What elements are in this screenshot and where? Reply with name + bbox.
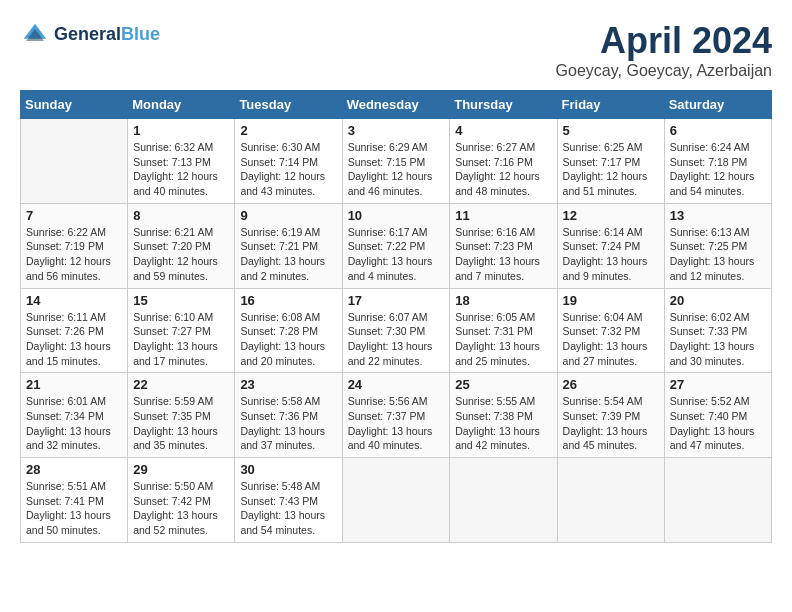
calendar-cell: 3 Sunrise: 6:29 AMSunset: 7:15 PMDayligh… [342, 119, 450, 204]
calendar-cell: 7 Sunrise: 6:22 AMSunset: 7:19 PMDayligh… [21, 203, 128, 288]
calendar-cell: 14 Sunrise: 6:11 AMSunset: 7:26 PMDaylig… [21, 288, 128, 373]
calendar-cell: 1 Sunrise: 6:32 AMSunset: 7:13 PMDayligh… [128, 119, 235, 204]
day-number: 29 [133, 462, 229, 477]
day-detail: Sunrise: 6:08 AMSunset: 7:28 PMDaylight:… [240, 311, 325, 367]
day-detail: Sunrise: 6:04 AMSunset: 7:32 PMDaylight:… [563, 311, 648, 367]
calendar-table: SundayMondayTuesdayWednesdayThursdayFrid… [20, 90, 772, 543]
day-number: 26 [563, 377, 659, 392]
day-number: 21 [26, 377, 122, 392]
calendar-cell: 22 Sunrise: 5:59 AMSunset: 7:35 PMDaylig… [128, 373, 235, 458]
day-number: 22 [133, 377, 229, 392]
location-subtitle: Goeycay, Goeycay, Azerbaijan [556, 62, 772, 80]
day-detail: Sunrise: 6:30 AMSunset: 7:14 PMDaylight:… [240, 141, 325, 197]
day-detail: Sunrise: 6:16 AMSunset: 7:23 PMDaylight:… [455, 226, 540, 282]
calendar-cell: 9 Sunrise: 6:19 AMSunset: 7:21 PMDayligh… [235, 203, 342, 288]
day-detail: Sunrise: 5:50 AMSunset: 7:42 PMDaylight:… [133, 480, 218, 536]
calendar-cell: 8 Sunrise: 6:21 AMSunset: 7:20 PMDayligh… [128, 203, 235, 288]
logo: GeneralBlue [20, 20, 160, 50]
calendar-cell [664, 458, 771, 543]
day-number: 6 [670, 123, 766, 138]
day-detail: Sunrise: 6:32 AMSunset: 7:13 PMDaylight:… [133, 141, 218, 197]
day-number: 30 [240, 462, 336, 477]
calendar-cell: 26 Sunrise: 5:54 AMSunset: 7:39 PMDaylig… [557, 373, 664, 458]
calendar-cell: 15 Sunrise: 6:10 AMSunset: 7:27 PMDaylig… [128, 288, 235, 373]
calendar-cell: 23 Sunrise: 5:58 AMSunset: 7:36 PMDaylig… [235, 373, 342, 458]
weekday-header-thursday: Thursday [450, 91, 557, 119]
calendar-cell: 10 Sunrise: 6:17 AMSunset: 7:22 PMDaylig… [342, 203, 450, 288]
weekday-header-friday: Friday [557, 91, 664, 119]
weekday-header-wednesday: Wednesday [342, 91, 450, 119]
day-detail: Sunrise: 5:52 AMSunset: 7:40 PMDaylight:… [670, 395, 755, 451]
day-detail: Sunrise: 6:25 AMSunset: 7:17 PMDaylight:… [563, 141, 648, 197]
day-detail: Sunrise: 5:55 AMSunset: 7:38 PMDaylight:… [455, 395, 540, 451]
calendar-cell: 18 Sunrise: 6:05 AMSunset: 7:31 PMDaylig… [450, 288, 557, 373]
day-detail: Sunrise: 6:19 AMSunset: 7:21 PMDaylight:… [240, 226, 325, 282]
day-detail: Sunrise: 6:17 AMSunset: 7:22 PMDaylight:… [348, 226, 433, 282]
day-number: 1 [133, 123, 229, 138]
calendar-cell: 28 Sunrise: 5:51 AMSunset: 7:41 PMDaylig… [21, 458, 128, 543]
day-number: 10 [348, 208, 445, 223]
weekday-header-saturday: Saturday [664, 91, 771, 119]
day-detail: Sunrise: 6:24 AMSunset: 7:18 PMDaylight:… [670, 141, 755, 197]
day-detail: Sunrise: 6:10 AMSunset: 7:27 PMDaylight:… [133, 311, 218, 367]
day-detail: Sunrise: 6:07 AMSunset: 7:30 PMDaylight:… [348, 311, 433, 367]
day-detail: Sunrise: 6:14 AMSunset: 7:24 PMDaylight:… [563, 226, 648, 282]
calendar-cell: 19 Sunrise: 6:04 AMSunset: 7:32 PMDaylig… [557, 288, 664, 373]
calendar-cell: 5 Sunrise: 6:25 AMSunset: 7:17 PMDayligh… [557, 119, 664, 204]
day-detail: Sunrise: 5:59 AMSunset: 7:35 PMDaylight:… [133, 395, 218, 451]
month-title: April 2024 [556, 20, 772, 62]
day-number: 7 [26, 208, 122, 223]
day-number: 27 [670, 377, 766, 392]
day-detail: Sunrise: 6:29 AMSunset: 7:15 PMDaylight:… [348, 141, 433, 197]
weekday-header-monday: Monday [128, 91, 235, 119]
day-detail: Sunrise: 6:27 AMSunset: 7:16 PMDaylight:… [455, 141, 540, 197]
logo-text: GeneralBlue [54, 25, 160, 45]
day-detail: Sunrise: 6:13 AMSunset: 7:25 PMDaylight:… [670, 226, 755, 282]
day-detail: Sunrise: 5:56 AMSunset: 7:37 PMDaylight:… [348, 395, 433, 451]
day-number: 15 [133, 293, 229, 308]
day-number: 5 [563, 123, 659, 138]
day-number: 11 [455, 208, 551, 223]
calendar-cell: 21 Sunrise: 6:01 AMSunset: 7:34 PMDaylig… [21, 373, 128, 458]
day-number: 19 [563, 293, 659, 308]
title-block: April 2024 Goeycay, Goeycay, Azerbaijan [556, 20, 772, 80]
calendar-cell [342, 458, 450, 543]
day-detail: Sunrise: 5:48 AMSunset: 7:43 PMDaylight:… [240, 480, 325, 536]
calendar-body: 1 Sunrise: 6:32 AMSunset: 7:13 PMDayligh… [21, 119, 772, 543]
calendar-cell: 20 Sunrise: 6:02 AMSunset: 7:33 PMDaylig… [664, 288, 771, 373]
week-row-5: 28 Sunrise: 5:51 AMSunset: 7:41 PMDaylig… [21, 458, 772, 543]
logo-icon [20, 20, 50, 50]
day-number: 20 [670, 293, 766, 308]
calendar-cell [450, 458, 557, 543]
week-row-4: 21 Sunrise: 6:01 AMSunset: 7:34 PMDaylig… [21, 373, 772, 458]
day-number: 2 [240, 123, 336, 138]
calendar-cell: 25 Sunrise: 5:55 AMSunset: 7:38 PMDaylig… [450, 373, 557, 458]
day-number: 4 [455, 123, 551, 138]
calendar-cell: 27 Sunrise: 5:52 AMSunset: 7:40 PMDaylig… [664, 373, 771, 458]
day-number: 23 [240, 377, 336, 392]
day-number: 12 [563, 208, 659, 223]
calendar-cell [21, 119, 128, 204]
day-number: 25 [455, 377, 551, 392]
calendar-cell: 24 Sunrise: 5:56 AMSunset: 7:37 PMDaylig… [342, 373, 450, 458]
day-detail: Sunrise: 6:02 AMSunset: 7:33 PMDaylight:… [670, 311, 755, 367]
calendar-cell: 12 Sunrise: 6:14 AMSunset: 7:24 PMDaylig… [557, 203, 664, 288]
day-number: 9 [240, 208, 336, 223]
calendar-cell: 16 Sunrise: 6:08 AMSunset: 7:28 PMDaylig… [235, 288, 342, 373]
calendar-cell: 13 Sunrise: 6:13 AMSunset: 7:25 PMDaylig… [664, 203, 771, 288]
week-row-1: 1 Sunrise: 6:32 AMSunset: 7:13 PMDayligh… [21, 119, 772, 204]
calendar-cell: 30 Sunrise: 5:48 AMSunset: 7:43 PMDaylig… [235, 458, 342, 543]
calendar-cell: 11 Sunrise: 6:16 AMSunset: 7:23 PMDaylig… [450, 203, 557, 288]
calendar-cell: 17 Sunrise: 6:07 AMSunset: 7:30 PMDaylig… [342, 288, 450, 373]
day-detail: Sunrise: 5:58 AMSunset: 7:36 PMDaylight:… [240, 395, 325, 451]
day-number: 24 [348, 377, 445, 392]
day-detail: Sunrise: 6:22 AMSunset: 7:19 PMDaylight:… [26, 226, 111, 282]
day-number: 17 [348, 293, 445, 308]
day-number: 8 [133, 208, 229, 223]
day-detail: Sunrise: 6:05 AMSunset: 7:31 PMDaylight:… [455, 311, 540, 367]
day-number: 14 [26, 293, 122, 308]
weekday-header-tuesday: Tuesday [235, 91, 342, 119]
day-detail: Sunrise: 6:21 AMSunset: 7:20 PMDaylight:… [133, 226, 218, 282]
day-detail: Sunrise: 6:01 AMSunset: 7:34 PMDaylight:… [26, 395, 111, 451]
calendar-cell [557, 458, 664, 543]
